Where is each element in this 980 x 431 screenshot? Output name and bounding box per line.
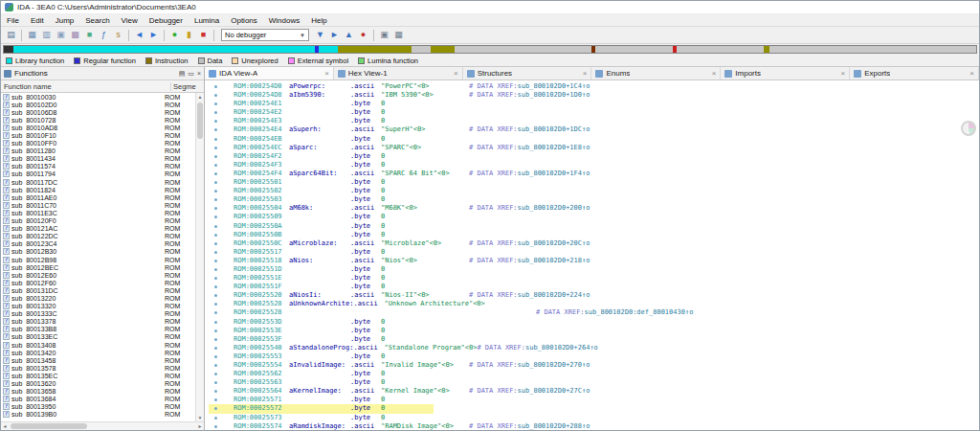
disasm-line[interactable]: ROM:000254E2 .byte 0 <box>209 108 979 117</box>
disasm-line[interactable]: ROM:000254EB .byte 0 <box>209 135 979 144</box>
disasm-line[interactable]: ROM:000254F4 aSparc64Bit: .ascii "SPARC … <box>209 170 979 178</box>
function-row[interactable]: f sub_80013950 ROM <box>1 403 195 411</box>
panel-float-icon[interactable]: ▭ <box>188 70 194 78</box>
start-process-icon[interactable]: ● <box>168 29 181 41</box>
panel-menu-icon[interactable]: ▤ <box>179 70 186 78</box>
function-row[interactable]: f sub_80012E60 ROM <box>1 271 195 279</box>
disasm-line[interactable]: ROM:000254E4 aSuperh: .ascii "SuperH"<0>… <box>209 125 979 134</box>
function-row[interactable]: f sub_80013408 ROM <box>1 341 195 349</box>
disasm-line[interactable]: ROM:00025502 .byte 0 <box>209 187 979 195</box>
disasm-line[interactable]: ROM:00025574 aRamdiskImage: .ascii "RAMD… <box>209 422 979 430</box>
function-row[interactable]: f sub_80013458 ROM <box>1 356 195 364</box>
column-header-segment[interactable]: Segme <box>171 82 204 91</box>
menu-item[interactable]: Windows <box>263 16 305 25</box>
disasm-line[interactable]: ROM:00025553 .byte 0 <box>209 352 979 361</box>
attach-icon[interactable]: ▦ <box>392 29 405 41</box>
function-row[interactable]: f sub_80010FF0 ROM <box>1 140 195 147</box>
function-row[interactable]: f sub_80011C70 ROM <box>1 201 195 209</box>
function-row[interactable]: f sub_80013578 ROM <box>1 364 195 372</box>
disasm-line[interactable]: ROM:0002551F .byte 0 <box>209 283 979 291</box>
disasm-line[interactable]: ROM:00025528 # DATA XREF: sub_800102D0:d… <box>209 308 979 317</box>
disassembly-view[interactable]: ROM:000254D0 aPowerpc: .ascii "PowerPC"<… <box>205 80 979 430</box>
toolbar-separator[interactable] <box>128 30 129 41</box>
tab-hex-view-1[interactable]: Hex View-1 × <box>334 67 463 79</box>
disasm-line[interactable]: ROM:000254EC aSparc: .ascii "SPARC"<0> #… <box>209 144 979 152</box>
menu-item[interactable]: Debugger <box>144 16 189 25</box>
disasm-line[interactable]: ROM:00025564 aKernelImage: .ascii "Kerne… <box>209 387 979 396</box>
disasm-line[interactable]: ROM:00025501 .byte 0 <box>209 178 979 187</box>
disasm-line[interactable]: ROM:0002550C aMicroblaze: .ascii "Microb… <box>209 239 979 248</box>
function-row[interactable]: f sub_800131DC ROM <box>1 286 195 294</box>
disasm-line[interactable]: ROM:00025562 .byte 0 <box>209 370 979 378</box>
function-row[interactable]: f sub_800123C4 ROM <box>1 240 195 248</box>
toolbar-separator[interactable] <box>21 30 22 41</box>
function-row[interactable]: f sub_800117DC ROM <box>1 178 195 186</box>
disasm-line[interactable]: ROM:00025528 aUnknownArchite: .ascii "Un… <box>209 300 979 308</box>
navigator-band[interactable] <box>1 44 979 56</box>
disasm-line[interactable]: ROM:00025518 aNios: .ascii "Nios"<0> # D… <box>209 257 979 265</box>
toolbar-separator[interactable] <box>213 30 214 41</box>
disasm-line[interactable]: ROM:000254E3 .byte 0 <box>209 117 979 125</box>
scroll-left-icon[interactable]: ◄ <box>1 423 9 429</box>
menu-item[interactable]: Edit <box>25 16 50 25</box>
function-row[interactable]: f sub_80010728 ROM <box>1 116 195 124</box>
disasm-line[interactable]: ROM:00025520 aNiosIi: .ascii "Nios-II"<0… <box>209 291 979 300</box>
tab-close-icon[interactable]: × <box>324 69 329 78</box>
function-row[interactable]: f sub_8001333C ROM <box>1 310 195 318</box>
function-row[interactable]: f sub_80011280 ROM <box>1 147 195 155</box>
function-row[interactable]: f sub_800133EC ROM <box>1 333 195 341</box>
function-row[interactable]: f sub_80011AE0 ROM <box>1 193 195 201</box>
function-row[interactable]: f sub_80013420 ROM <box>1 349 195 356</box>
function-row[interactable]: f sub_800121AC ROM <box>1 225 195 233</box>
function-row[interactable]: f sub_800135EC ROM <box>1 372 195 379</box>
function-row[interactable]: f sub_80010030 ROM <box>1 93 195 101</box>
column-header-function-name[interactable]: Function name <box>1 82 171 91</box>
functions-panel-titlebar[interactable]: Functions ▤ ▭ × <box>1 67 204 80</box>
disasm-line[interactable]: ROM:0002551D .byte 0 <box>209 265 979 274</box>
breakpoint-icon[interactable]: ● <box>357 29 369 41</box>
tab-exports[interactable]: Exports × <box>850 67 979 79</box>
menu-item[interactable]: Options <box>225 16 263 25</box>
menu-item[interactable]: Jump <box>50 16 80 25</box>
function-row[interactable]: f sub_80012B98 ROM <box>1 256 195 263</box>
disasm-line[interactable]: ROM:00025540 aStandaloneProg: .ascii "St… <box>209 344 979 352</box>
disasm-line[interactable]: ROM:00025504 aM68k: .ascii "M68K"<0> # D… <box>209 204 979 213</box>
navigator-band-track[interactable] <box>3 45 977 54</box>
function-row[interactable]: f sub_80013320 ROM <box>1 303 195 310</box>
function-row[interactable]: f sub_80011434 ROM <box>1 155 195 163</box>
step-into-icon[interactable]: ▼ <box>314 29 326 41</box>
function-row[interactable]: f sub_80013684 ROM <box>1 396 195 403</box>
disasm-line[interactable]: ROM:00025563 .byte 0 <box>209 378 979 387</box>
function-row[interactable]: f sub_80013378 ROM <box>1 318 195 326</box>
function-row[interactable]: f sub_80013220 ROM <box>1 294 195 302</box>
disasm-line[interactable]: ROM:00025509 .byte 0 <box>209 213 979 221</box>
tab-close-icon[interactable]: × <box>454 69 458 78</box>
function-row[interactable]: f sub_80011794 ROM <box>1 170 195 178</box>
menu-item[interactable]: View <box>116 16 144 25</box>
debugger-select[interactable]: No debugger ▼ <box>221 29 309 41</box>
disasm-line[interactable]: ROM:000254F2 .byte 0 <box>209 152 979 161</box>
function-row[interactable]: f sub_80010AD8 ROM <box>1 124 195 131</box>
functions-icon[interactable]: ƒ <box>98 29 110 41</box>
disasm-line[interactable]: ROM:00025554 aInvalidImage: .ascii "Inva… <box>209 361 979 370</box>
stop-process-icon[interactable]: ■ <box>197 29 210 41</box>
disasm-line[interactable]: ROM:0002550B .byte 0 <box>209 231 979 239</box>
tab-close-icon[interactable]: × <box>583 69 588 78</box>
debugger-windows-icon[interactable]: ▣ <box>378 29 390 41</box>
tab-close-icon[interactable]: × <box>969 69 974 78</box>
scroll-down-icon[interactable]: ▼ <box>196 414 204 421</box>
function-row[interactable]: f sub_800133B8 ROM <box>1 326 195 333</box>
scrollbar-thumb[interactable] <box>11 423 87 429</box>
toolbar-separator[interactable] <box>164 30 165 41</box>
functions-vertical-scrollbar[interactable]: ▲ ▼ <box>195 93 204 421</box>
disasm-line[interactable]: ROM:00025503 .byte 0 <box>209 195 979 204</box>
run-until-return-icon[interactable]: ▲ <box>343 29 355 41</box>
signatures-icon[interactable]: ▣ <box>55 29 67 41</box>
disasm-line[interactable]: ROM:00025571 .byte 0 <box>209 396 979 404</box>
disasm-line[interactable]: ROM:00025573 .byte 0 <box>209 414 979 422</box>
function-row[interactable]: f sub_800139B0 ROM <box>1 411 195 419</box>
function-row[interactable]: f sub_80011824 ROM <box>1 186 195 193</box>
function-row[interactable]: f sub_800106D8 ROM <box>1 108 195 116</box>
scrollbar-track[interactable] <box>196 101 204 414</box>
forward-icon[interactable]: ► <box>147 29 160 41</box>
